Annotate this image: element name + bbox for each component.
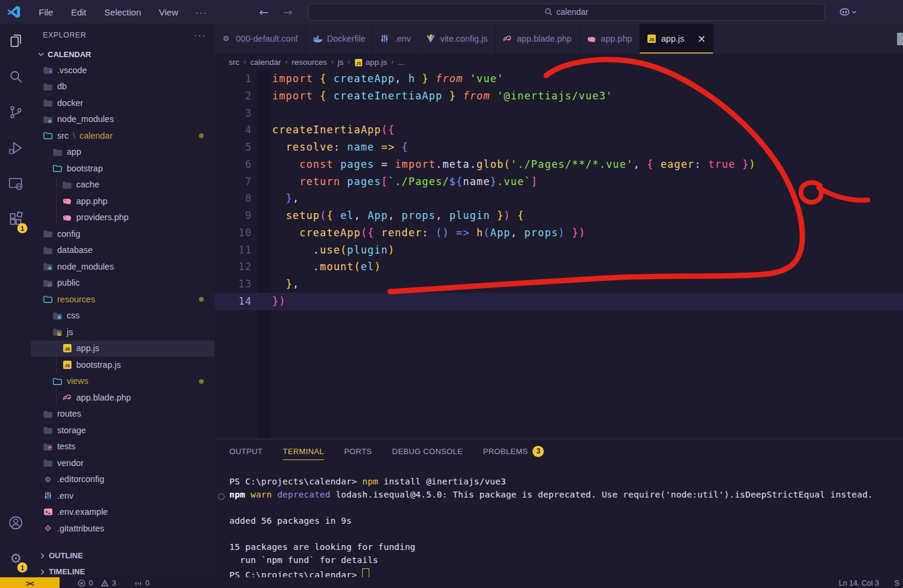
- menu-selection[interactable]: Selection: [95, 7, 150, 17]
- feedback-count: 0: [145, 579, 150, 587]
- tab-vite.config.js[interactable]: vite.config.js: [419, 24, 496, 54]
- panel-tab-ports[interactable]: PORTS: [344, 439, 372, 463]
- tree-item-tests[interactable]: tests: [31, 439, 214, 455]
- menu-more-button[interactable]: ···: [187, 7, 216, 17]
- breadcrumb-item-resources[interactable]: resources: [292, 58, 327, 67]
- nav-back-arrow-icon[interactable]: ←: [252, 5, 276, 18]
- activity-settings-button[interactable]: ⚙1: [0, 542, 31, 577]
- cursor-position[interactable]: Ln 14, Col 3: [839, 579, 879, 587]
- tree-item-.vscode[interactable]: .vscode: [31, 62, 214, 79]
- tree-item-.gitattributes[interactable]: .gitattributes: [31, 520, 214, 537]
- feedback-status[interactable]: 0: [134, 577, 150, 587]
- tab-app.js[interactable]: JSapp.js×: [640, 24, 714, 54]
- code-line-4: 4createInertiaApp({: [214, 121, 903, 139]
- terminal-text: PS C:\projects\calendar>: [229, 477, 362, 486]
- tree-item-views[interactable]: views: [31, 373, 214, 390]
- tree-label: views: [67, 376, 88, 386]
- bottom-panel: OUTPUTTERMINALPORTSDEBUG CONSOLEPROBLEMS…: [214, 439, 903, 588]
- tree-item-docker[interactable]: docker: [31, 95, 214, 111]
- breadcrumb-item-js[interactable]: js: [338, 58, 344, 67]
- jsfile-icon: JS: [647, 34, 656, 43]
- code-token: h: [477, 227, 483, 239]
- tree-item-node_modules[interactable]: node_modules: [31, 258, 214, 275]
- panel-tab-debug-console[interactable]: DEBUG CONSOLE: [392, 439, 463, 463]
- tree-item-resources[interactable]: resources: [31, 291, 214, 308]
- tree-item-db[interactable]: db: [31, 79, 214, 95]
- code-token: el: [361, 261, 375, 273]
- line-number: 10: [214, 224, 252, 242]
- code-token: }: [742, 158, 749, 170]
- indentation-status[interactable]: S: [895, 579, 899, 587]
- menu-view[interactable]: View: [150, 7, 187, 17]
- tree-item-app.php[interactable]: app.php: [31, 193, 214, 209]
- activity-files-button[interactable]: [0, 24, 31, 60]
- tree-item-database[interactable]: database: [31, 242, 214, 259]
- tree-item-.env[interactable]: .env: [31, 487, 214, 504]
- code-token: {: [647, 158, 653, 170]
- problems-status[interactable]: 0 3: [77, 577, 116, 587]
- tree-item-public[interactable]: public: [31, 275, 214, 292]
- activity-account-button[interactable]: [0, 506, 31, 542]
- tab-.env[interactable]: .env: [373, 24, 418, 54]
- activity-remote-window-button[interactable]: [0, 167, 31, 202]
- code-token: [490, 90, 497, 102]
- tree-item-providers.php[interactable]: providers.php: [31, 209, 214, 226]
- tree-label: .env: [57, 491, 73, 501]
- nav-forward-arrow-icon[interactable]: →: [276, 5, 300, 18]
- code-line-10: 10 createApp({ render: () => h(App, prop…: [214, 224, 903, 242]
- folder-node-icon: [43, 261, 53, 271]
- breadcrumb-item-calendar[interactable]: calendar: [250, 58, 281, 67]
- activity-extensions-button[interactable]: 1: [0, 202, 31, 238]
- code-line-2: 2import { createInertiaApp } from '@iner…: [214, 87, 903, 105]
- panel-tab-problems[interactable]: PROBLEMS3: [483, 439, 544, 463]
- tree-item-vendor[interactable]: vendor: [31, 455, 214, 471]
- tab-000-default.conf[interactable]: ⚙000-default.conf: [214, 24, 306, 54]
- copilot-button[interactable]: [838, 5, 857, 18]
- menu-edit[interactable]: Edit: [62, 7, 95, 17]
- code-editor[interactable]: 1import { createApp, h } from 'vue'2impo…: [214, 70, 903, 439]
- terminal[interactable]: PS C:\projects\calendar> npm install @in…: [214, 463, 903, 588]
- activity-search-button[interactable]: [0, 60, 31, 95]
- tree-item-routes[interactable]: routes: [31, 406, 214, 423]
- breadcrumb-label: ...: [398, 58, 404, 67]
- tree-item-app.blade.php[interactable]: app.blade.php: [31, 389, 214, 406]
- tree-item-src-calendar[interactable]: src \ calendar: [31, 127, 214, 144]
- breadcrumb-item-app.js[interactable]: JSapp.js: [354, 58, 387, 67]
- menu-file[interactable]: File: [30, 7, 62, 17]
- tree-item-js[interactable]: JSjs: [31, 324, 214, 340]
- tree-item-app.js[interactable]: JSapp.js: [31, 340, 214, 357]
- tree-item-css[interactable]: css: [31, 308, 214, 324]
- code-token: .vue`: [497, 176, 531, 187]
- tree-item-storage[interactable]: storage: [31, 422, 214, 439]
- tree-item-.env.example[interactable]: .env.example: [31, 504, 214, 521]
- breadcrumb-item-...[interactable]: ...: [398, 58, 404, 67]
- code-token: }: [497, 209, 503, 221]
- tree-item-config[interactable]: config: [31, 226, 214, 242]
- tree-item-cache[interactable]: cache: [31, 177, 214, 193]
- breadcrumb-item-src[interactable]: src: [229, 58, 239, 67]
- tab-app.blade.php[interactable]: app.blade.php: [496, 24, 580, 54]
- sliders-icon: [43, 490, 53, 501]
- workspace-section-header[interactable]: CALENDAR: [31, 46, 214, 62]
- tab-app.php[interactable]: app.php: [580, 24, 640, 54]
- command-center-search[interactable]: calendar: [308, 4, 825, 21]
- tree-item-app[interactable]: app: [31, 144, 214, 161]
- tree-item-bootstrap.js[interactable]: JSbootstrap.js: [31, 356, 214, 373]
- tree-item-bootstrap[interactable]: bootstrap: [31, 160, 214, 177]
- tree-item-node_modules[interactable]: node_modules: [31, 111, 214, 128]
- explorer-more-button[interactable]: ···: [194, 30, 206, 40]
- section-outline[interactable]: OUTLINE: [31, 548, 214, 564]
- tree-item-.editorconfig[interactable]: ⚙.editorconfig: [31, 471, 214, 488]
- code-token: eager: [661, 158, 695, 170]
- code-token: ): [558, 227, 565, 239]
- code-token: [272, 141, 286, 153]
- tab-Dockerfile[interactable]: Dockerfile: [306, 24, 373, 54]
- activity-run-debug-button[interactable]: [0, 131, 31, 167]
- remote-indicator[interactable]: ><: [0, 577, 60, 588]
- panel-tab-terminal[interactable]: TERMINAL: [283, 439, 324, 463]
- code-token: [272, 209, 286, 221]
- panel-tab-output[interactable]: OUTPUT: [229, 439, 263, 463]
- breadcrumb-label: resources: [292, 58, 327, 67]
- close-icon[interactable]: ×: [698, 33, 706, 45]
- activity-source-control-button[interactable]: [0, 95, 31, 131]
